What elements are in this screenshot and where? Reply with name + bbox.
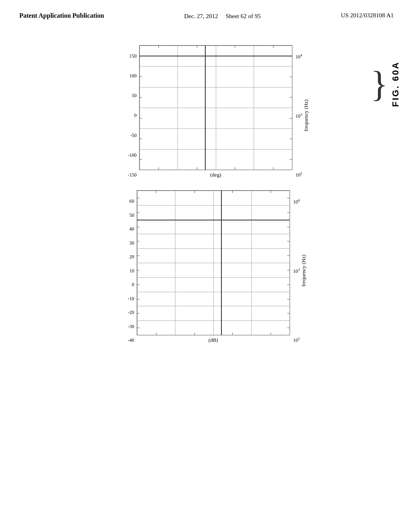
phase-y-axis: 150 100 50 0 -50 -100 -150 <box>128 53 139 178</box>
x-label-1e2: 102 <box>296 171 302 178</box>
y-label-n30: -30 <box>128 324 134 330</box>
y-label-30: 30 <box>129 240 134 246</box>
publication-title: Patent Application Publication <box>19 11 104 20</box>
x-label-1e3-bot: 103 <box>293 268 300 274</box>
y-label-10: 10 <box>129 268 134 274</box>
phase-chart-plot <box>139 45 292 170</box>
mag-x-axis: 104 103 102 <box>291 198 300 343</box>
patent-number: US 2012/0328108 A1 <box>341 11 394 20</box>
y-label-n40: -40 <box>128 337 134 343</box>
y-label-40: 40 <box>129 226 134 232</box>
mag-freq-label-wrapper: frequency (Hz) <box>300 198 307 343</box>
y-label-0: 0 <box>134 112 137 118</box>
y-label-50: 50 <box>129 212 134 218</box>
y-label-60: 60 <box>129 198 134 204</box>
right-bracket: } <box>371 66 388 102</box>
page-header: Patent Application Publication Dec. 27, … <box>0 0 413 21</box>
phase-x-unit: (deg) <box>139 172 292 178</box>
sheet-info: Sheet 62 of 95 <box>225 13 261 19</box>
phase-freq-label-wrapper: frequency (Hz) <box>303 53 309 178</box>
x-label-1e4: 104 <box>296 53 302 60</box>
charts-wrapper: 150 100 50 0 -50 -100 -150 <box>128 45 310 343</box>
figure-label-area: } FIG. 60A <box>371 61 401 107</box>
mag-chart-plot <box>137 190 290 335</box>
mag-x-unit: (dB) <box>137 337 290 343</box>
y-label-n10: -10 <box>128 296 134 302</box>
x-label-1e4-bot: 104 <box>293 198 300 205</box>
mag-y-axis: 60 50 40 30 20 10 0 -10 -20 -30 -40 <box>128 198 137 343</box>
publication-date: Dec. 27, 2012 <box>184 13 218 19</box>
figure-label: FIG. 60A <box>390 61 401 107</box>
y-label-n20: -20 <box>128 310 134 316</box>
header-center: Dec. 27, 2012 Sheet 62 of 95 <box>184 11 261 21</box>
phase-x-axis: 104 103 102 <box>293 53 302 178</box>
y-label-50: 50 <box>132 93 137 99</box>
main-content: 150 100 50 0 -50 -100 -150 <box>0 21 413 343</box>
mag-freq-label: frequency (Hz) <box>300 255 307 287</box>
y-label-0db: 0 <box>132 282 134 288</box>
x-label-1e3: 103 <box>296 112 302 119</box>
x-label-1e2-bot: 102 <box>293 337 300 343</box>
y-label-100: 100 <box>129 73 137 79</box>
y-label-n100: -100 <box>128 152 137 158</box>
y-label-n150: -150 <box>128 172 137 178</box>
y-label-20: 20 <box>129 254 134 260</box>
y-label-150: 150 <box>129 53 137 59</box>
y-label-n50: -50 <box>130 133 137 139</box>
phase-freq-label: frequency (Hz) <box>303 100 309 131</box>
